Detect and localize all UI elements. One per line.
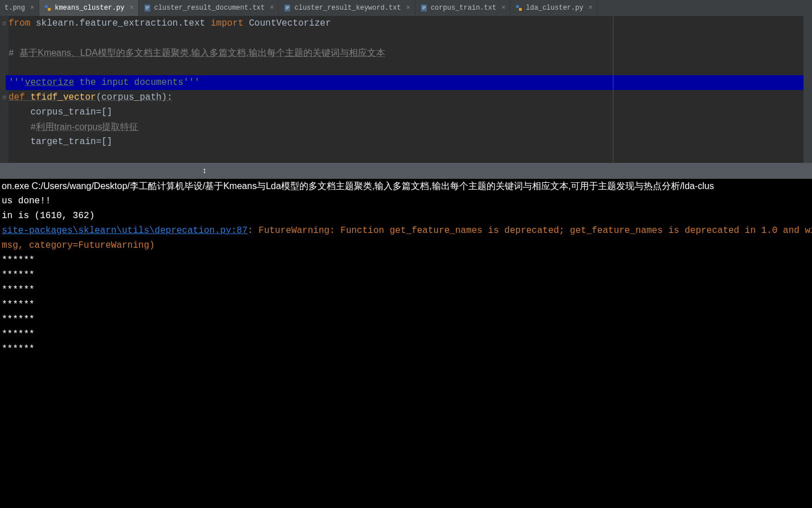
terminal-line: site-packages\sklearn\utils\deprecation.… [2,223,812,238]
svg-rect-15 [519,8,522,11]
editor-area[interactable]: ⊟ ⊟ from sklearn.feature_extraction.text… [0,16,812,163]
tab-label: cluster_result_keyword.txt [294,4,401,12]
close-icon[interactable]: × [30,4,34,12]
tab-label: lda_cluster.py [526,4,583,12]
file-link[interactable]: site-packages\sklearn\utils\deprecation.… [2,226,248,236]
code-line: target_train=[] [9,134,803,149]
right-margin-ruler [613,16,613,163]
code-line [9,31,803,46]
tab-png[interactable]: t.png × [0,0,39,16]
code-content[interactable]: from sklearn.feature_extraction.text imp… [9,16,803,163]
terminal-line: ****** [2,312,812,327]
fold-mark[interactable]: ⊟ [0,90,9,105]
terminal-line: in is (1610, 362) [2,208,812,223]
fold-mark[interactable]: ⊟ [0,16,9,31]
code-line: from sklearn.feature_extraction.text imp… [9,16,803,31]
python-file-icon [515,4,523,12]
terminal-line: ****** [2,253,812,268]
code-line: def tfidf_vector(corpus_path): [9,90,803,105]
close-icon[interactable]: × [588,4,592,12]
tab-kmeans-cluster-py[interactable]: kmeans_cluster.py × [39,0,139,16]
terminal-line: ****** [2,297,812,312]
terminal-line: ****** [2,282,812,297]
terminal-line: us done!! [2,194,812,208]
svg-rect-13 [422,9,424,9]
terminal-line: on.exe C:/Users/wang/Desktop/李工酷计算机毕设/基于… [2,179,812,194]
code-line: corpus_train=[] [9,105,803,120]
close-icon[interactable]: × [406,4,410,12]
terminal-line: ****** [2,327,812,342]
text-file-icon [143,4,151,12]
terminal-line: ****** [2,268,812,282]
tab-cluster-result-keyword[interactable]: cluster_result_keyword.txt × [279,0,415,16]
text-file-icon [420,4,428,12]
code-line-highlighted: '''vectorize the input documents''' [6,75,803,90]
terminal-area[interactable]: on.exe C:/Users/wang/Desktop/李工酷计算机毕设/基于… [0,179,812,508]
tab-corpus-train[interactable]: corpus_train.txt × [415,0,510,16]
tab-cluster-result-document[interactable]: cluster_result_document.txt × [139,0,279,16]
tab-lda-cluster-py[interactable]: lda_cluster.py × [510,0,597,16]
svg-rect-14 [516,5,519,8]
code-line [9,60,803,75]
svg-rect-11 [422,6,426,7]
svg-rect-1 [48,8,51,11]
tab-label: corpus_train.txt [431,4,496,12]
tab-label: t.png [5,4,25,12]
pane-splitter[interactable]: ↕ [0,163,812,179]
python-file-icon [44,4,52,12]
svg-rect-5 [146,9,148,9]
tab-bar: t.png × kmeans_cluster.py × cluster_resu… [0,0,812,16]
close-icon[interactable]: × [501,4,505,12]
svg-rect-4 [146,7,149,8]
svg-rect-0 [45,5,48,8]
tab-label: cluster_result_document.txt [154,4,265,12]
close-icon[interactable]: × [270,4,274,12]
editor-scrollbar[interactable] [803,16,812,163]
terminal-line: ****** [2,342,812,357]
resize-cursor-icon: ↕ [202,166,207,175]
terminal-line: msg, category=FutureWarning) [2,238,812,253]
close-icon[interactable]: × [130,4,134,12]
svg-rect-3 [146,6,149,7]
text-file-icon [283,4,291,12]
svg-rect-9 [286,9,288,9]
svg-rect-8 [286,7,289,8]
svg-rect-7 [286,6,289,7]
svg-rect-12 [422,7,426,8]
tab-label: kmeans_cluster.py [55,4,124,12]
code-line: #利用train-corpus提取特征 [9,120,803,134]
code-line: # 基于Kmeans、LDA模型的多文档主题聚类,输入多篇文档,输出每个主题的关… [9,46,803,60]
